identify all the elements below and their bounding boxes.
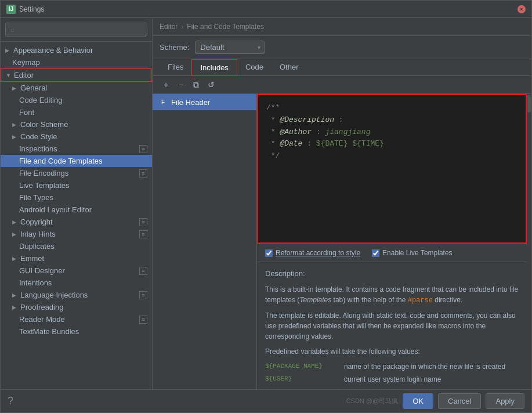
sidebar-item-textmate-bundles[interactable]: TextMate Bundles	[1, 325, 152, 338]
bottom-bar: ? CSDN @@司马疯 OK Cancel Apply	[1, 389, 531, 412]
options-row: Reformat according to style Enable Live …	[257, 244, 527, 262]
tab-files[interactable]: Files	[160, 59, 191, 76]
scheme-row: Scheme: Default Project	[153, 36, 531, 59]
sidebar: ▶ Appearance & Behavior Keymap ▼ Editor …	[1, 18, 153, 389]
sidebar-item-duplicates[interactable]: Duplicates	[1, 240, 152, 252]
toolbar-row: + − ⧉ ↺	[153, 76, 531, 94]
description-panel: Description: This is a built-in template…	[257, 262, 527, 389]
sidebar-item-file-code-templates[interactable]: File and Code Templates	[1, 155, 152, 167]
sidebar-item-intentions[interactable]: Intentions	[1, 277, 152, 289]
tabs-row: Files Includes Code Other	[153, 59, 531, 76]
sidebar-item-general[interactable]: ▶ General	[1, 82, 152, 94]
breadcrumb: Editor › File and Code Templates	[153, 18, 531, 36]
right-scrollbar[interactable]	[527, 94, 531, 389]
sidebar-item-proofreading[interactable]: ▶ Proofreading	[1, 301, 152, 313]
code-line-4: * @Date : ${DATE} ${TIME}	[266, 138, 517, 150]
sidebar-item-editor[interactable]: ▼ Editor	[1, 68, 152, 82]
code-line-5: */	[266, 150, 517, 162]
copyright-badge: ≡	[139, 218, 147, 226]
ok-button[interactable]: OK	[403, 393, 433, 409]
description-title: Description:	[265, 268, 519, 280]
breadcrumb-templates: File and Code Templates	[187, 23, 264, 31]
lang-inject-badge: ≡	[139, 291, 147, 299]
tab-code[interactable]: Code	[237, 59, 272, 76]
sidebar-item-reader-mode[interactable]: Reader Mode ≡	[1, 313, 152, 325]
desc-para-1: This is a built-in template. It contains…	[265, 284, 519, 306]
inspections-badge: ≡	[139, 145, 147, 153]
close-button[interactable]: ✕	[517, 5, 526, 13]
inlay-hints-badge: ≡	[139, 230, 147, 238]
editor-area: F File Header /** * @Description : * @Au…	[153, 94, 531, 389]
code-panel: /** * @Description : * @Author : jiangji…	[257, 94, 527, 389]
template-list: F File Header	[153, 94, 257, 389]
code-line-2: * @Description :	[266, 114, 517, 126]
reset-button[interactable]: ↺	[205, 78, 218, 91]
desc-var-table: ${PACKAGE_NAME} name of the package in w…	[265, 361, 519, 385]
code-line-1: /**	[266, 102, 517, 114]
code-line-3: * @Author : jiangjiang	[266, 126, 517, 139]
bottom-right: CSDN @@司马疯 OK Cancel Apply	[346, 393, 524, 409]
main-content: ▶ Appearance & Behavior Keymap ▼ Editor …	[1, 18, 531, 389]
add-button[interactable]: +	[160, 78, 172, 91]
titlebar-title: IJ Settings	[6, 5, 44, 14]
sidebar-tree: ▶ Appearance & Behavior Keymap ▼ Editor …	[1, 42, 152, 389]
app-icon: IJ	[6, 5, 16, 14]
sidebar-item-gui-designer[interactable]: GUI Designer ≡	[1, 265, 152, 277]
window-controls: ✕	[517, 5, 526, 13]
sidebar-item-file-types[interactable]: File Types	[1, 191, 152, 204]
sidebar-item-font[interactable]: Font	[1, 106, 152, 118]
gui-designer-badge: ≡	[139, 267, 147, 275]
sidebar-item-color-scheme[interactable]: ▶ Color Scheme	[1, 118, 152, 131]
sidebar-item-keymap[interactable]: Keymap	[1, 56, 152, 68]
reformat-checkbox[interactable]: Reformat according to style	[265, 249, 360, 257]
help-button[interactable]: ?	[8, 395, 13, 407]
template-icon: F	[158, 97, 168, 107]
scheme-select[interactable]: Default Project	[195, 41, 265, 54]
sidebar-item-inlay-hints[interactable]: ▶ Inlay Hints ≡	[1, 228, 152, 240]
desc-var-user: ${USER} current user system login name	[265, 374, 519, 385]
scrollbar-thumb	[527, 95, 531, 113]
sidebar-item-file-encodings[interactable]: File Encodings ≡	[1, 167, 152, 179]
tab-includes[interactable]: Includes	[191, 59, 237, 76]
tab-other[interactable]: Other	[272, 59, 307, 76]
bottom-actions: OK Cancel Apply	[403, 393, 524, 409]
remove-button[interactable]: −	[175, 78, 187, 91]
sidebar-item-appearance[interactable]: ▶ Appearance & Behavior	[1, 44, 152, 56]
apply-button[interactable]: Apply	[486, 393, 524, 409]
search-input[interactable]	[5, 23, 147, 37]
code-editor[interactable]: /** * @Description : * @Author : jiangji…	[257, 94, 527, 244]
settings-window: IJ Settings ✕ ▶ Appearance & Behavior	[0, 0, 532, 413]
reader-mode-badge: ≡	[139, 316, 147, 324]
desc-para-3: Predefined variables will take the follo…	[265, 346, 519, 357]
sidebar-item-android-layout-editor[interactable]: Android Layout Editor	[1, 204, 152, 216]
copy-button[interactable]: ⧉	[190, 78, 202, 91]
sidebar-item-emmet[interactable]: ▶ Emmet	[1, 252, 152, 265]
desc-var-package: ${PACKAGE_NAME} name of the package in w…	[265, 361, 519, 372]
scheme-label: Scheme:	[160, 43, 189, 52]
live-templates-checkbox[interactable]: Enable Live Templates	[372, 249, 453, 257]
sidebar-item-code-style[interactable]: ▶ Code Style	[1, 131, 152, 143]
sidebar-item-copyright[interactable]: ▶ Copyright ≡	[1, 216, 152, 228]
desc-para-2: The template is editable. Along with sta…	[265, 310, 519, 342]
sidebar-item-language-injections[interactable]: ▶ Language Injections ≡	[1, 289, 152, 301]
scheme-select-wrap: Default Project	[195, 41, 265, 54]
sidebar-item-live-templates[interactable]: Live Templates	[1, 179, 152, 191]
search-box	[1, 18, 152, 42]
sidebar-item-inspections[interactable]: Inspections ≡	[1, 143, 152, 155]
breadcrumb-editor: Editor	[160, 23, 178, 31]
template-item-file-header[interactable]: F File Header	[153, 94, 256, 110]
split-pane: F File Header /** * @Description : * @Au…	[153, 94, 527, 389]
sidebar-item-code-editing[interactable]: Code Editing	[1, 94, 152, 106]
titlebar: IJ Settings ✕	[1, 1, 531, 18]
watermark: CSDN @@司马疯	[346, 397, 399, 405]
editor-panel: Editor › File and Code Templates Scheme:…	[153, 18, 531, 389]
cancel-button[interactable]: Cancel	[438, 393, 481, 409]
file-encodings-badge: ≡	[139, 169, 147, 177]
